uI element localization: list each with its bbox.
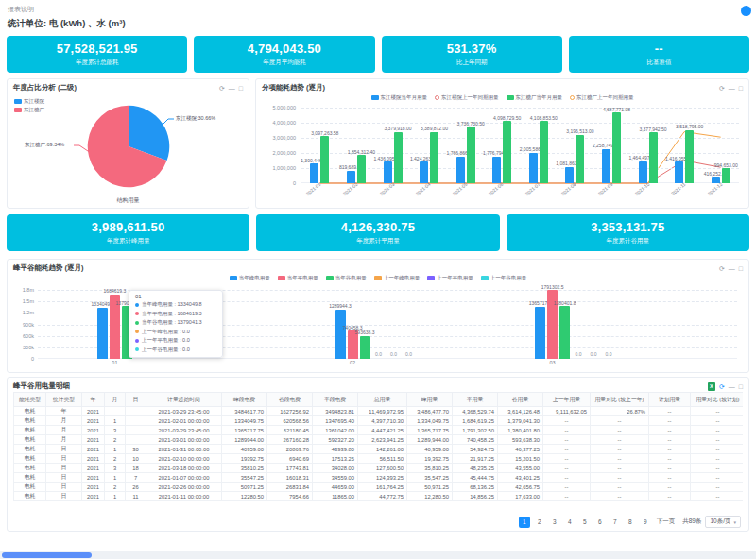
excel-export-icon[interactable]: X bbox=[708, 382, 715, 391]
table-cell: -- bbox=[591, 416, 649, 426]
table-cell: 电耗 bbox=[14, 473, 46, 483]
kpi-value: 531.37% bbox=[382, 42, 562, 56]
trend-bar[interactable] bbox=[685, 130, 694, 183]
table-cell: 月 bbox=[46, 416, 82, 426]
trend-bar[interactable] bbox=[576, 135, 584, 183]
legend-label: 上一年谷电用量 bbox=[490, 275, 527, 281]
trend-bar[interactable] bbox=[394, 132, 403, 183]
trend-bar[interactable] bbox=[420, 161, 428, 183]
page-button[interactable]: 2 bbox=[534, 517, 545, 528]
trend-bar[interactable] bbox=[467, 127, 475, 183]
table-row[interactable]: 电耗日20211112021-01-11 00:00:0012280.50795… bbox=[14, 492, 744, 501]
table-row[interactable]: 电耗月202122021-03-01 00:00:001289944.00267… bbox=[14, 435, 744, 445]
table-row[interactable]: 电耗月202132021-03-29 23:45:001365717.75621… bbox=[14, 426, 744, 435]
trend-chart[interactable]: 1,300,446.753,097,263.582021-01819,689.0… bbox=[301, 108, 739, 183]
table-row[interactable]: 电耗日20211302021-01-31 00:00:0040959.00208… bbox=[14, 445, 744, 454]
page-button[interactable]: 1 bbox=[519, 517, 530, 528]
kpi-card: 531.37%比上年同期 bbox=[382, 36, 562, 73]
table-cell: -- bbox=[591, 473, 649, 483]
table-cell: 4,447,421.25 bbox=[358, 426, 407, 435]
refresh-icon[interactable]: ⟳ bbox=[219, 85, 225, 92]
collapse-icon[interactable]: — bbox=[729, 383, 735, 390]
table-row[interactable]: 电耗日20212262021-02-26 00:00:0050971.25268… bbox=[14, 483, 744, 492]
trend-bar[interactable] bbox=[649, 132, 658, 183]
legend-item[interactable]: 上一年谷电用量 bbox=[481, 275, 527, 281]
refresh-icon[interactable]: ⟳ bbox=[719, 383, 725, 390]
page-button[interactable]: 3 bbox=[549, 517, 560, 528]
table-cell: 电耗 bbox=[14, 445, 46, 454]
pfv-bar[interactable] bbox=[535, 307, 545, 359]
scrollbar-thumb[interactable] bbox=[2, 552, 92, 558]
refresh-icon[interactable]: ⟳ bbox=[719, 265, 725, 272]
pie-chart[interactable] bbox=[86, 104, 171, 189]
trend-bar[interactable] bbox=[357, 155, 366, 183]
bar-value-label: 1289944.3 bbox=[329, 303, 352, 309]
floating-button[interactable] bbox=[741, 6, 751, 16]
table-cell: 3,614,126.48 bbox=[498, 407, 543, 416]
trend-bar[interactable] bbox=[675, 161, 683, 183]
legend-item[interactable]: 当年平电用量 bbox=[278, 275, 318, 281]
legend-item[interactable]: 东江糖厂 bbox=[14, 107, 44, 113]
column-header: 年 bbox=[82, 393, 105, 407]
table-row[interactable]: 电耗日20212102021-02-10 00:00:0019392.75694… bbox=[14, 454, 744, 464]
trend-bar[interactable] bbox=[529, 153, 538, 183]
trend-bar[interactable] bbox=[612, 112, 621, 183]
page-button[interactable]: 5 bbox=[579, 517, 591, 528]
legend-item[interactable]: 当年谷电用量 bbox=[326, 275, 367, 281]
page-button[interactable]: 9 bbox=[640, 517, 651, 528]
trend-bar[interactable] bbox=[722, 168, 730, 183]
pfv-bar[interactable] bbox=[360, 336, 370, 359]
table-container[interactable]: 能耗类型统计类型年月日计量起始时间峰段电费谷段电费平段电费总用量峰用量平用量谷用… bbox=[13, 392, 743, 512]
legend-item[interactable]: 东江糖厂当年月用量 bbox=[507, 94, 563, 101]
legend-line-marker bbox=[435, 95, 439, 100]
legend-bar-marker bbox=[481, 276, 489, 280]
collapse-icon[interactable]: — bbox=[729, 85, 735, 92]
trend-bar[interactable] bbox=[540, 121, 548, 183]
table-row[interactable]: 电耗月202112021-02-01 00:00:001334049.75620… bbox=[14, 416, 744, 426]
fullscreen-icon[interactable]: □ bbox=[239, 85, 243, 92]
trend-bar[interactable] bbox=[492, 157, 501, 183]
pie-axis-label: 结构用量 bbox=[8, 196, 249, 205]
page-button[interactable]: 6 bbox=[594, 517, 606, 528]
trend-bar[interactable] bbox=[602, 149, 610, 183]
collapse-icon[interactable]: — bbox=[729, 265, 735, 272]
legend-item[interactable]: 东江楼院 bbox=[14, 98, 44, 105]
y-axis-tick: 0 bbox=[293, 180, 296, 186]
horizontal-scrollbar[interactable] bbox=[0, 551, 756, 559]
trend-bar[interactable] bbox=[320, 136, 329, 183]
trend-bar[interactable] bbox=[456, 157, 465, 183]
table-cell: 2021 bbox=[82, 426, 105, 435]
fullscreen-icon[interactable]: □ bbox=[739, 383, 743, 390]
page-button[interactable]: 4 bbox=[564, 517, 576, 528]
legend-item[interactable]: 上一年峰电用量 bbox=[374, 275, 421, 281]
trend-bar[interactable] bbox=[503, 121, 511, 183]
table-row[interactable]: 电耗年20212021-03-29 23:45:003484617.701627… bbox=[14, 407, 744, 416]
table-row[interactable]: 电耗日20213182021-03-18 00:00:0035810.25177… bbox=[14, 464, 744, 473]
legend-item[interactable]: 东江楼院当年月用量 bbox=[371, 94, 428, 101]
pfv-bar[interactable] bbox=[97, 308, 108, 359]
legend-item[interactable]: 东江楼院上一年同期用量 bbox=[435, 94, 499, 101]
trend-bar[interactable] bbox=[430, 132, 438, 183]
x-axis-label: 2021-12 bbox=[706, 181, 723, 196]
trend-bar[interactable] bbox=[639, 161, 647, 183]
pfv-chart[interactable]: 01 当年峰电用量 : 1334049.8当年平电用量 : 1684619.3当… bbox=[38, 290, 737, 359]
legend-item[interactable]: 东江糖厂上一年同期用量 bbox=[570, 94, 634, 101]
next-page-button[interactable]: 下一页 bbox=[657, 517, 676, 526]
trend-bar[interactable] bbox=[384, 161, 392, 183]
legend-item[interactable]: 上一年平电用量 bbox=[427, 275, 473, 281]
legend-item[interactable]: 当年峰电用量 bbox=[230, 275, 270, 281]
chevron-down-icon: ▾ bbox=[733, 519, 736, 525]
table-row[interactable]: 电耗日2021172021-01-07 00:00:0035547.251601… bbox=[14, 473, 744, 483]
page-size-select[interactable]: 10条/页▾ bbox=[705, 516, 741, 528]
fullscreen-icon[interactable]: □ bbox=[739, 265, 743, 272]
fullscreen-icon[interactable]: □ bbox=[739, 85, 743, 92]
collapse-icon[interactable]: — bbox=[229, 85, 235, 92]
tooltip-row: 上一年平电用量 : 0.0 bbox=[135, 336, 216, 346]
pfv-bar[interactable] bbox=[335, 310, 346, 359]
pfv-legend: 当年峰电用量当年平电用量当年谷电用量上一年峰电用量上一年平电用量上一年谷电用量 bbox=[8, 275, 748, 281]
page-button[interactable]: 8 bbox=[625, 517, 636, 528]
page-button[interactable]: 7 bbox=[610, 517, 621, 528]
pfv-bar[interactable] bbox=[559, 306, 570, 359]
table-cell: -- bbox=[691, 492, 744, 501]
refresh-icon[interactable]: ⟳ bbox=[719, 85, 725, 92]
